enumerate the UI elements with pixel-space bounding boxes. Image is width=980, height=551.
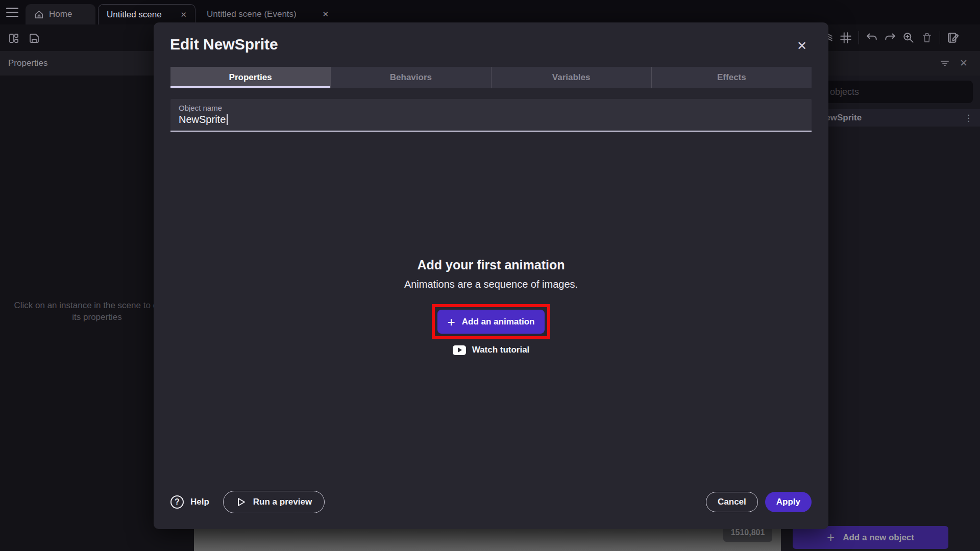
dialog-title: Edit NewSprite bbox=[170, 36, 278, 53]
tab-bar: Home Untitled scene ✕ Untitled scene (Ev… bbox=[0, 0, 980, 24]
undo-icon[interactable] bbox=[864, 30, 879, 45]
watch-tutorial-link[interactable]: Watch tutorial bbox=[453, 345, 530, 355]
trash-icon[interactable] bbox=[919, 30, 935, 45]
panels-icon[interactable] bbox=[6, 31, 21, 46]
tab-variables[interactable]: Variables bbox=[491, 67, 651, 88]
dialog-tabs: Properties Behaviors Variables Effects bbox=[170, 67, 812, 88]
text-cursor bbox=[227, 114, 228, 125]
toolbar-separator bbox=[859, 31, 859, 44]
kebab-menu-icon[interactable]: ⋮ bbox=[964, 113, 973, 123]
help-button[interactable]: ? Help bbox=[170, 495, 209, 509]
run-preview-button[interactable]: Run a preview bbox=[223, 491, 325, 513]
filter-icon[interactable] bbox=[939, 58, 950, 70]
animations-empty-state: Add your first animation Animations are … bbox=[154, 258, 828, 355]
zoom-in-icon[interactable] bbox=[901, 30, 916, 45]
tab-label: Home bbox=[49, 9, 72, 19]
active-tab-underline bbox=[170, 86, 330, 88]
tab-behaviors[interactable]: Behaviors bbox=[330, 67, 491, 88]
save-icon[interactable] bbox=[27, 31, 42, 46]
tab-effects[interactable]: Effects bbox=[651, 67, 812, 88]
object-name-label: Object name bbox=[179, 104, 803, 112]
tab-properties[interactable]: Properties bbox=[170, 67, 330, 88]
help-icon: ? bbox=[170, 495, 184, 509]
tab-home[interactable]: Home bbox=[26, 4, 95, 24]
plus-icon: + bbox=[827, 530, 835, 545]
redo-icon[interactable] bbox=[883, 30, 898, 45]
add-new-object-button[interactable]: + Add a new object bbox=[793, 526, 948, 549]
edit-scene-icon[interactable] bbox=[945, 30, 961, 45]
tab-label: Untitled scene (Events) bbox=[207, 9, 297, 19]
youtube-icon bbox=[453, 345, 466, 355]
toolbar-separator bbox=[940, 31, 940, 44]
home-icon bbox=[34, 9, 44, 19]
empty-state-title: Add your first animation bbox=[418, 258, 565, 272]
close-tab-icon[interactable]: ✕ bbox=[180, 10, 187, 19]
edit-object-dialog: Edit NewSprite ✕ Properties Behaviors Va… bbox=[154, 22, 828, 529]
empty-state-subtitle: Animations are a sequence of images. bbox=[404, 279, 578, 290]
dialog-footer: ? Help Run a preview Cancel Apply bbox=[170, 490, 812, 514]
object-name-value: NewSprite bbox=[179, 114, 226, 125]
highlight-annotation: + Add an animation bbox=[432, 304, 550, 339]
object-name-field[interactable]: Object name NewSprite bbox=[170, 99, 812, 132]
add-animation-button[interactable]: + Add an animation bbox=[437, 310, 545, 334]
hamburger-menu-icon[interactable] bbox=[6, 8, 18, 17]
close-tab-icon[interactable]: ✕ bbox=[322, 10, 329, 19]
plus-icon: + bbox=[448, 315, 455, 329]
grid-icon[interactable] bbox=[838, 30, 853, 45]
panel-title: Properties bbox=[8, 58, 47, 68]
apply-button[interactable]: Apply bbox=[765, 492, 812, 512]
tab-label: Untitled scene bbox=[107, 10, 162, 20]
close-panel-icon[interactable]: ✕ bbox=[960, 57, 968, 68]
tab-untitled-scene-events[interactable]: Untitled scene (Events) ✕ bbox=[199, 4, 337, 24]
cancel-button[interactable]: Cancel bbox=[706, 492, 758, 512]
tab-untitled-scene[interactable]: Untitled scene ✕ bbox=[98, 4, 195, 24]
close-dialog-icon[interactable]: ✕ bbox=[797, 39, 807, 53]
gdevelop-app: Home Untitled scene ✕ Untitled scene (Ev… bbox=[0, 0, 980, 551]
play-icon bbox=[236, 497, 246, 507]
